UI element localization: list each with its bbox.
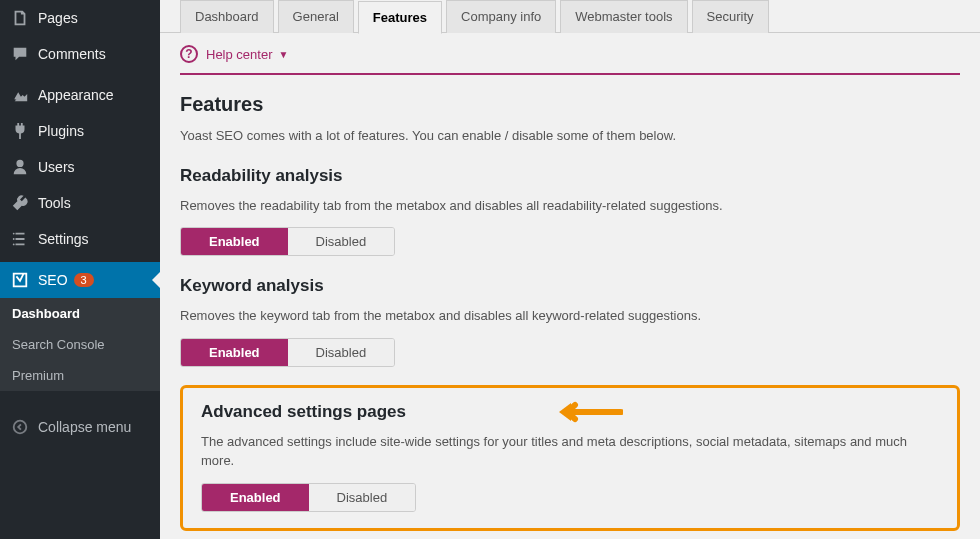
comments-icon bbox=[10, 44, 30, 64]
features-intro: Yoast SEO comes with a lot of features. … bbox=[180, 126, 960, 146]
sidebar-item-label: SEO bbox=[38, 272, 68, 288]
sidebar-sub-dashboard[interactable]: Dashboard bbox=[0, 298, 160, 329]
sidebar-item-label: Settings bbox=[38, 231, 89, 247]
sidebar-item-seo[interactable]: SEO 3 bbox=[0, 262, 160, 298]
features-panel: Features Yoast SEO comes with a lot of f… bbox=[160, 75, 980, 539]
keyword-toggle: Enabled Disabled bbox=[180, 338, 395, 367]
sidebar-item-label: Plugins bbox=[38, 123, 84, 139]
tab-company-info[interactable]: Company info bbox=[446, 0, 556, 33]
main-content: Dashboard General Features Company info … bbox=[160, 0, 980, 539]
advanced-highlight: Advanced settings pages The advanced set… bbox=[180, 385, 960, 531]
caret-down-icon: ▼ bbox=[278, 49, 288, 60]
settings-icon bbox=[10, 229, 30, 249]
tab-strip: Dashboard General Features Company info … bbox=[160, 0, 980, 33]
sidebar-item-label: Appearance bbox=[38, 87, 114, 103]
sidebar-item-plugins[interactable]: Plugins bbox=[0, 113, 160, 149]
pages-icon bbox=[10, 8, 30, 28]
collapse-icon bbox=[10, 417, 30, 437]
sidebar-sub-search-console[interactable]: Search Console bbox=[0, 329, 160, 360]
readability-toggle: Enabled Disabled bbox=[180, 227, 395, 256]
sidebar-item-comments[interactable]: Comments bbox=[0, 36, 160, 72]
advanced-toggle: Enabled Disabled bbox=[201, 483, 416, 512]
sidebar-item-label: Users bbox=[38, 159, 75, 175]
readability-disabled[interactable]: Disabled bbox=[288, 228, 395, 255]
help-icon: ? bbox=[180, 45, 198, 63]
sidebar-item-users[interactable]: Users bbox=[0, 149, 160, 185]
readability-enabled[interactable]: Enabled bbox=[181, 228, 288, 255]
seo-badge: 3 bbox=[74, 273, 94, 287]
admin-sidebar: Pages Comments Appearance Plugins Users … bbox=[0, 0, 160, 539]
keyword-desc: Removes the keyword tab from the metabox… bbox=[180, 306, 960, 326]
tab-security[interactable]: Security bbox=[692, 0, 769, 33]
page-title: Features bbox=[180, 93, 960, 116]
keyword-enabled[interactable]: Enabled bbox=[181, 339, 288, 366]
sidebar-item-appearance[interactable]: Appearance bbox=[0, 77, 160, 113]
help-center-label: Help center bbox=[206, 47, 272, 62]
svg-point-0 bbox=[14, 421, 27, 434]
collapse-menu[interactable]: Collapse menu bbox=[0, 409, 160, 445]
advanced-disabled[interactable]: Disabled bbox=[309, 484, 416, 511]
sidebar-item-label: Pages bbox=[38, 10, 78, 26]
advanced-enabled[interactable]: Enabled bbox=[202, 484, 309, 511]
keyword-heading: Keyword analysis bbox=[180, 276, 960, 296]
collapse-label: Collapse menu bbox=[38, 419, 131, 435]
tab-general[interactable]: General bbox=[278, 0, 354, 33]
help-center-toggle[interactable]: ? Help center ▼ bbox=[180, 45, 960, 75]
tab-webmaster-tools[interactable]: Webmaster tools bbox=[560, 0, 687, 33]
arrow-annotation-icon bbox=[553, 398, 623, 429]
sidebar-sub-premium[interactable]: Premium bbox=[0, 360, 160, 391]
readability-heading: Readability analysis bbox=[180, 166, 960, 186]
tools-icon bbox=[10, 193, 30, 213]
tab-features[interactable]: Features bbox=[358, 1, 442, 34]
advanced-desc: The advanced settings include site-wide … bbox=[201, 432, 939, 471]
yoast-icon bbox=[10, 270, 30, 290]
sidebar-item-settings[interactable]: Settings bbox=[0, 221, 160, 257]
sidebar-item-label: Comments bbox=[38, 46, 106, 62]
tab-dashboard[interactable]: Dashboard bbox=[180, 0, 274, 33]
users-icon bbox=[10, 157, 30, 177]
plugins-icon bbox=[10, 121, 30, 141]
sidebar-item-tools[interactable]: Tools bbox=[0, 185, 160, 221]
appearance-icon bbox=[10, 85, 30, 105]
keyword-disabled[interactable]: Disabled bbox=[288, 339, 395, 366]
readability-desc: Removes the readability tab from the met… bbox=[180, 196, 960, 216]
sidebar-item-pages[interactable]: Pages bbox=[0, 0, 160, 36]
sidebar-item-label: Tools bbox=[38, 195, 71, 211]
